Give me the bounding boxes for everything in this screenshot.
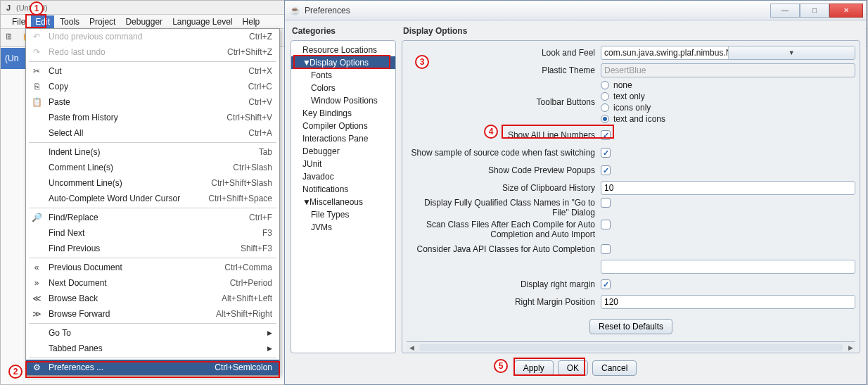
tree-display-options[interactable]: ▼Display Options <box>291 56 395 69</box>
row-right-margin-pos: Right Margin Position <box>407 294 855 310</box>
edit-select-all[interactable]: Select AllCtrl+A <box>26 125 279 141</box>
menu-project[interactable]: Project <box>85 15 120 28</box>
tree-debugger[interactable]: Debugger <box>291 145 395 158</box>
checkbox-fqn-gotofile[interactable] <box>601 198 611 208</box>
menu-edit[interactable]: Edit <box>31 15 54 28</box>
label-clipboard-history: Size of Clipboard History <box>407 183 601 193</box>
edit-browse-forward[interactable]: ≫Browse ForwardAlt+Shift+Right <box>26 306 279 322</box>
tree-compiler-options[interactable]: Compiler Options <box>291 120 395 132</box>
close-button[interactable]: ✕ <box>829 4 863 18</box>
edit-redo[interactable]: ↷Redo last undoCtrl+Shift+Z <box>26 44 279 60</box>
edit-cut[interactable]: ✂CutCtrl+X <box>26 63 279 79</box>
menu-help[interactable]: Help <box>238 15 264 28</box>
tree-interactions-pane[interactable]: Interactions Pane <box>291 132 395 145</box>
label-fqn-gotofile: Display Fully Qualified Class Names in "… <box>407 198 601 217</box>
callout-4: 4 <box>484 125 498 139</box>
menu-language-level[interactable]: Language Level <box>168 15 236 28</box>
tree-javadoc[interactable]: Javadoc <box>291 170 395 183</box>
edit-paste[interactable]: 📋PasteCtrl+V <box>26 94 279 110</box>
input-right-margin-pos[interactable] <box>601 295 855 309</box>
menu-separator <box>29 358 276 358</box>
menu-tools[interactable]: Tools <box>56 15 84 28</box>
edit-find-prev[interactable]: Find PreviousShift+F3 <box>26 241 279 256</box>
row-right-margin: Display right margin <box>407 277 855 292</box>
menu-file[interactable]: File <box>8 15 30 28</box>
edit-next-doc[interactable]: »Next DocumentCtrl+Period <box>26 275 279 291</box>
checkbox-consider-java-api[interactable] <box>601 244 611 254</box>
redo-icon: ↷ <box>30 46 43 58</box>
radio-none[interactable]: none <box>601 80 665 90</box>
preferences-icon: ⚙ <box>30 362 43 373</box>
edit-uncomment[interactable]: Uncomment Line(s)Ctrl+Shift+Slash <box>26 175 279 191</box>
checkbox-show-line-numbers[interactable] <box>601 130 611 140</box>
categories-tree[interactable]: Resource Locations ▼Display Options Font… <box>291 40 396 353</box>
label-consider-java-api: Consider Java API Classes for Auto Compl… <box>407 244 601 254</box>
scroll-left-icon[interactable]: ◀ <box>407 343 416 353</box>
edit-copy[interactable]: ⎘CopyCtrl+C <box>26 79 279 94</box>
input-plastic-theme <box>601 63 855 77</box>
edit-indent[interactable]: Indent Line(s)Tab <box>26 144 279 160</box>
maximize-button[interactable]: □ <box>800 4 829 18</box>
checkbox-fast-switch[interactable] <box>601 148 611 158</box>
scroll-right-icon[interactable]: ▶ <box>845 343 855 353</box>
row-preview-popups: Show Code Preview Popups <box>407 163 855 178</box>
input-clipboard-history[interactable] <box>601 181 855 195</box>
checkbox-preview-popups[interactable] <box>601 165 611 175</box>
input-extra-packages[interactable] <box>601 260 855 274</box>
edit-browse-back[interactable]: ≪Browse BackAlt+Shift+Left <box>26 291 279 306</box>
callout-3: 3 <box>415 55 429 69</box>
tree-miscellaneous[interactable]: ▼Miscellaneous <box>291 196 395 208</box>
cancel-button[interactable]: Cancel <box>592 360 637 376</box>
tree-jvms[interactable]: JVMs <box>291 221 395 234</box>
radio-text-only[interactable]: text only <box>601 91 665 101</box>
row-scan-after-compile: Scan Class Files After Each Compile for … <box>407 220 855 239</box>
options-horizontal-scrollbar[interactable]: ◀ ▶ <box>407 341 855 353</box>
tree-key-bindings[interactable]: Key Bindings <box>291 107 395 120</box>
categories-column: Categories Resource Locations ▼Display O… <box>291 25 396 353</box>
apply-button[interactable]: Apply <box>514 360 554 376</box>
combo-look-and-feel[interactable]: com.sun.java.swing.plaf.nimbus.NimbusLoo… <box>601 46 855 60</box>
menu-separator <box>29 258 276 258</box>
edit-menu-dropdown: ↶Undo previous commandCtrl+Z ↷Redo last … <box>25 28 280 376</box>
checkbox-scan-after-compile[interactable] <box>601 220 611 229</box>
minimize-button[interactable]: — <box>770 4 800 18</box>
menu-separator <box>29 61 276 62</box>
reset-defaults-button[interactable]: Reset to Defaults <box>589 319 672 334</box>
edit-prev-doc[interactable]: «Previous DocumentCtrl+Comma <box>26 260 279 275</box>
tree-window-positions[interactable]: Window Positions <box>291 94 395 107</box>
label-preview-popups: Show Code Preview Popups <box>407 165 601 175</box>
binoculars-icon: 🔎 <box>30 212 43 223</box>
tree-colors[interactable]: Colors <box>291 82 395 94</box>
edit-autocomplete[interactable]: Auto-Complete Word Under CursorCtrl+Shif… <box>26 191 279 206</box>
scrollbar-track[interactable] <box>419 344 843 351</box>
row-fast-switch: Show sample of source code when fast swi… <box>407 145 855 160</box>
editor-tab[interactable]: (Un <box>1 48 26 69</box>
edit-find-next[interactable]: Find NextF3 <box>26 225 279 241</box>
chevrons-right-icon: ≫ <box>30 308 43 320</box>
label-scan-after-compile: Scan Class Files After Each Compile for … <box>407 220 601 239</box>
radio-icons-only[interactable]: icons only <box>601 103 665 113</box>
radio-text-and-icons[interactable]: text and icons <box>601 114 665 124</box>
tree-file-types[interactable]: File Types <box>291 208 395 221</box>
edit-undo[interactable]: ↶Undo previous commandCtrl+Z <box>26 29 279 44</box>
label-fast-switch: Show sample of source code when fast swi… <box>407 148 601 158</box>
ok-button[interactable]: OK <box>558 360 588 376</box>
edit-comment[interactable]: Comment Line(s)Ctrl+Slash <box>26 160 279 175</box>
edit-find-replace[interactable]: 🔎Find/ReplaceCtrl+F <box>26 210 279 225</box>
tree-fonts[interactable]: Fonts <box>291 69 395 82</box>
menu-debugger[interactable]: Debugger <box>121 15 167 28</box>
tree-resource-locations[interactable]: Resource Locations <box>291 44 395 56</box>
checkbox-right-margin[interactable] <box>601 279 611 289</box>
edit-paste-history[interactable]: Paste from HistoryCtrl+Shift+V <box>26 110 279 125</box>
edit-preferences[interactable]: ⚙Preferences ...Ctrl+Semicolon <box>26 360 279 375</box>
submenu-arrow-icon: ▶ <box>267 329 272 336</box>
edit-go-to[interactable]: Go To▶ <box>26 325 279 341</box>
row-extra-packages <box>407 259 855 274</box>
submenu-arrow-icon: ▶ <box>267 345 272 352</box>
edit-tabbed-panes[interactable]: Tabbed Panes▶ <box>26 341 279 356</box>
label-toolbar-buttons: Toolbar Buttons <box>407 80 601 107</box>
row-look-and-feel: Look and Feel com.sun.java.swing.plaf.ni… <box>407 45 855 61</box>
tree-notifications[interactable]: Notifications <box>291 183 395 196</box>
new-file-icon[interactable]: 🗎 <box>5 32 18 44</box>
tree-junit[interactable]: JUnit <box>291 158 395 170</box>
